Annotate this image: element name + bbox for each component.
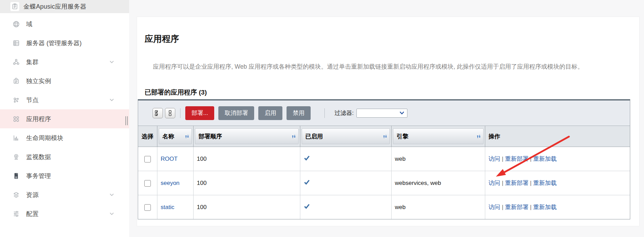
sidebar-item-label: 监视数据 [26,153,51,161]
engines-cell: web [391,195,485,219]
engines-cell: web [391,147,485,171]
chevron-down-icon[interactable] [110,193,114,196]
action-link-visit[interactable]: 访问 [489,156,500,162]
sidebar-item-label: 配置 [26,210,39,218]
action-link-redeploy[interactable]: 重新部署 [505,156,528,162]
actions-cell: 访问 | 重新部署 | 重新加载 [485,171,630,195]
action-link-reload[interactable]: 重新加载 [533,204,557,210]
chevron-down-icon [399,111,404,115]
sidebar-item-label: 应用程序 [26,115,51,123]
bar-chart-icon [12,134,21,142]
sidebar-item-domain[interactable]: 域 [0,14,129,33]
column-header-engines: 引擎 [391,126,485,147]
deployed-apps-heading: 已部署的应用程序 (3) [145,88,207,97]
sidebar-item-resources[interactable]: 资源 [0,185,129,204]
tower-server-icon [12,171,21,180]
sidebar-item-server[interactable]: 服务器 (管理服务器) [0,33,129,52]
app-title: 金蝶Apusic应用服务器 [23,2,86,11]
sidebar-item-label: 资源 [26,191,39,199]
applications-table-container: 部署... 取消部署 启用 禁用 过滤器: 选择 名称 [138,99,630,219]
actions-cell: 访问 | 重新部署 | 重新加载 [485,147,630,171]
chevron-down-icon[interactable] [110,212,114,215]
node-icon [12,96,21,105]
deploy-button[interactable]: 部署... [185,106,214,120]
action-link-redeploy[interactable]: 重新部署 [505,180,528,186]
row-checkbox[interactable] [144,204,151,211]
content-panel: 应用程序 应用程序可以是企业应用程序, Web 应用程序或各种类型的模块。通过单… [137,17,640,226]
app-name-link[interactable]: seeyon [161,180,180,186]
row-select-cell [138,195,157,219]
table-row: static 100 web 访问 | 重新部署 | 重新加载 [138,195,630,219]
panel-resize-handle[interactable] [125,116,128,125]
app-name-link[interactable]: static [161,204,175,210]
sidebar-item-node[interactable]: 节点 [0,90,129,109]
applications-table: 选择 名称 部署顺序 [138,126,630,219]
sidebar-item-label: 生命周期模块 [26,134,63,142]
action-link-reload[interactable]: 重新加载 [533,156,557,162]
sidebar-item-label: 独立实例 [26,77,51,85]
sidebar-item-applications[interactable]: 应用程序 [0,109,129,128]
sort-icon[interactable] [476,134,481,139]
row-select-cell [138,147,157,171]
column-header-enabled: 已启用 [300,126,391,147]
check-icon [304,179,310,185]
disable-button[interactable]: 禁用 [287,106,311,120]
sort-icon[interactable] [383,134,387,139]
sidebar-item-label: 事务管理 [26,172,51,180]
action-link-reload[interactable]: 重新加载 [533,180,557,186]
action-separator: | [528,156,533,162]
row-checkbox[interactable] [144,180,151,187]
toolbar-separator [324,108,325,118]
row-checkbox[interactable] [144,156,151,162]
instance-icon [12,77,21,86]
column-header-name: 名称 [157,126,193,147]
sidebar-item-standalone-instance[interactable]: 独立实例 [0,71,129,90]
sidebar-item-cluster[interactable]: 集群 [0,52,129,71]
deploy-order-cell: 100 [193,171,300,195]
undeploy-button[interactable]: 取消部署 [218,106,254,120]
table-header-row: 选择 名称 部署顺序 [138,126,630,147]
action-separator: | [528,180,533,186]
action-separator: | [500,156,505,162]
sidebar-item-monitoring-data[interactable]: 监视数据 [0,147,129,166]
sidebar-item-label: 服务器 (管理服务器) [26,39,82,47]
sidebar-item-label: 节点 [26,96,39,104]
name-cell: ROOT [157,147,193,171]
sidebar-nav: 域 服务器 (管理服务器) 集群 独立实例 [0,13,129,223]
sortable-header[interactable]: 已启用 [302,128,390,144]
sidebar-item-transaction-management[interactable]: 事务管理 [0,166,129,185]
action-separator: | [500,180,505,186]
filter-label: 过滤器: [334,109,354,117]
sortable-header[interactable]: 引擎 [393,128,484,144]
chevron-down-icon[interactable] [110,98,114,101]
select-all-button[interactable] [153,108,163,118]
row-select-cell [138,171,157,195]
app-name-link[interactable]: ROOT [161,156,178,162]
sort-icon[interactable] [291,134,296,139]
action-link-visit[interactable]: 访问 [489,180,500,186]
deselect-all-button[interactable] [165,108,175,118]
sidebar-item-lifecycle-modules[interactable]: 生命周期模块 [0,128,129,147]
apps-grid-icon [12,115,21,124]
table-toolbar: 部署... 取消部署 启用 禁用 过滤器: [138,100,630,126]
enable-button[interactable]: 启用 [258,106,282,120]
sort-icon[interactable] [185,134,189,139]
toolbar-separator [180,108,180,118]
engines-cell: webservices, web [391,171,485,195]
sidebar-header[interactable]: 金蝶Apusic应用服务器 [0,0,129,13]
column-header-deploy-order: 部署顺序 [193,126,300,147]
name-cell: static [157,195,193,219]
sortable-header[interactable]: 名称 [159,128,192,144]
sortable-header[interactable]: 部署顺序 [195,128,299,144]
filter-select[interactable] [356,109,407,118]
cluster-icon [12,58,21,67]
chevron-down-icon[interactable] [110,60,114,63]
sidebar-item-configuration[interactable]: 配置 [0,204,129,223]
page-title: 应用程序 [145,33,179,45]
layers-icon [12,190,21,199]
action-link-visit[interactable]: 访问 [489,204,500,210]
deploy-order-cell: 100 [193,147,300,171]
action-link-redeploy[interactable]: 重新部署 [505,204,528,210]
globe-icon [12,20,21,29]
check-icon [304,204,310,209]
